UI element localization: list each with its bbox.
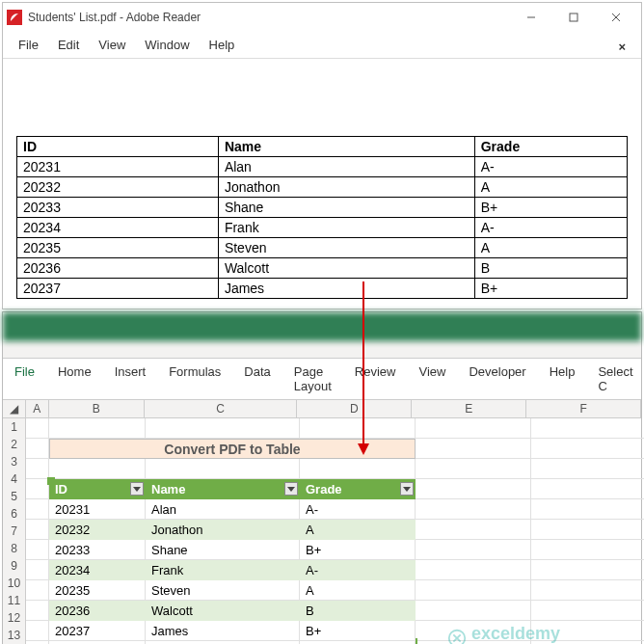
menu-view[interactable]: View xyxy=(89,34,135,56)
pdf-cell: B+ xyxy=(474,279,627,299)
watermark-icon xyxy=(446,628,468,644)
row-3[interactable]: 3 xyxy=(3,453,26,470)
xl-cell: B xyxy=(300,601,416,621)
xl-cell: 20235 xyxy=(49,580,146,601)
xl-cell: A- xyxy=(300,499,416,520)
xl-cell: Shane xyxy=(146,540,300,560)
row-4[interactable]: 4 xyxy=(3,470,26,488)
select-all-corner[interactable]: ◢ xyxy=(3,400,26,417)
watermark-logo: exceldemy EXCEL · DATA · BI xyxy=(446,624,560,644)
watermark-brand: exceldemy xyxy=(471,624,560,643)
xl-th-grade[interactable]: Grade xyxy=(300,479,416,499)
row-1[interactable]: 1 xyxy=(3,418,26,436)
xl-th-id-label: ID xyxy=(55,482,67,496)
filter-dropdown-icon[interactable] xyxy=(400,482,414,496)
pdf-cell: A- xyxy=(474,157,627,177)
row-12[interactable]: 12 xyxy=(3,609,26,627)
pdf-cell: Alan xyxy=(218,157,474,177)
col-C[interactable]: C xyxy=(145,400,298,417)
xl-cell: B+ xyxy=(300,621,416,641)
row-headers: 1 2 3 4 5 6 7 8 9 10 11 12 13 xyxy=(3,418,26,644)
tab-data[interactable]: Data xyxy=(232,359,282,399)
row-11[interactable]: 11 xyxy=(3,592,26,609)
xl-cell: Steven xyxy=(146,580,300,601)
tab-review[interactable]: Review xyxy=(343,359,408,399)
pdf-cell: Shane xyxy=(218,198,474,218)
excel-table: ID Name Grade 20231AlanA- 20232JonathonA… xyxy=(49,479,416,641)
tab-pagelayout[interactable]: Page Layout xyxy=(282,359,343,399)
tab-insert[interactable]: Insert xyxy=(103,359,158,399)
xl-cell: 20232 xyxy=(49,520,146,540)
sheet-area[interactable]: Convert PDF to Table ID Name Grade 20231… xyxy=(26,418,644,644)
filter-dropdown-icon[interactable] xyxy=(130,482,144,496)
window-title: Students' List.pdf - Adobe Reader xyxy=(28,11,510,24)
menu-edit[interactable]: Edit xyxy=(48,34,89,56)
tab-view[interactable]: View xyxy=(407,359,457,399)
row-8[interactable]: 8 xyxy=(3,540,26,557)
col-E[interactable]: E xyxy=(412,400,526,417)
tab-file[interactable]: File xyxy=(3,359,46,399)
row-5[interactable]: 5 xyxy=(3,488,26,505)
col-B[interactable]: B xyxy=(49,400,145,417)
table-row[interactable]: 20237JamesB+ xyxy=(49,621,416,641)
close-button[interactable] xyxy=(595,4,637,31)
row-10[interactable]: 10 xyxy=(3,575,26,592)
table-row[interactable]: 20235StevenA xyxy=(49,580,416,601)
adobe-titlebar: Students' List.pdf - Adobe Reader xyxy=(3,3,641,32)
conversion-arrow-icon xyxy=(362,282,364,453)
menu-window[interactable]: Window xyxy=(135,34,199,56)
xl-th-grade-label: Grade xyxy=(306,482,342,496)
xl-cell: Alan xyxy=(146,499,300,520)
tab-formulas[interactable]: Formulas xyxy=(157,359,232,399)
pdf-cell: Walcott xyxy=(218,258,474,279)
pdf-cell: 20233 xyxy=(17,198,219,218)
xl-cell: 20237 xyxy=(49,621,146,641)
pdf-th-name: Name xyxy=(218,137,474,157)
excel-ribbon-tabs: File Home Insert Formulas Data Page Layo… xyxy=(3,359,641,399)
table-row[interactable]: 20234FrankA- xyxy=(49,560,416,580)
col-A[interactable]: A xyxy=(26,400,49,417)
xl-cell: B+ xyxy=(300,540,416,560)
pdf-cell: B+ xyxy=(474,198,627,218)
menu-file[interactable]: File xyxy=(9,34,48,56)
tab-developer[interactable]: Developer xyxy=(457,359,537,399)
maximize-button[interactable] xyxy=(552,4,595,31)
pdf-cell: B xyxy=(474,258,627,279)
row-7[interactable]: 7 xyxy=(3,523,26,540)
pdf-th-grade: Grade xyxy=(474,137,627,157)
tab-help[interactable]: Help xyxy=(538,359,587,399)
row-2[interactable]: 2 xyxy=(3,436,26,453)
minimize-button[interactable] xyxy=(510,4,552,31)
pdf-cell: 20232 xyxy=(17,177,219,198)
document-close-icon[interactable]: × xyxy=(608,36,635,58)
col-D[interactable]: D xyxy=(297,400,412,417)
tab-select[interactable]: Select C xyxy=(586,359,644,399)
pdf-cell: A xyxy=(474,238,627,258)
xl-th-id[interactable]: ID xyxy=(49,479,146,499)
table-row[interactable]: 20232JonathonA xyxy=(49,520,416,540)
adobe-reader-icon xyxy=(7,10,22,25)
svg-rect-1 xyxy=(570,13,577,21)
xl-cell: Jonathon xyxy=(146,520,300,540)
pdf-cell: Steven xyxy=(218,238,474,258)
xl-cell: A xyxy=(300,520,416,540)
table-row[interactable]: 20236WalcottB xyxy=(49,601,416,621)
table-row[interactable]: 20231AlanA- xyxy=(49,499,416,520)
xl-th-name[interactable]: Name xyxy=(146,479,300,499)
row-6[interactable]: 6 xyxy=(3,505,26,523)
pdf-cell: 20231 xyxy=(17,157,219,177)
menu-help[interactable]: Help xyxy=(200,34,245,56)
pdf-cell: 20235 xyxy=(17,238,219,258)
filter-dropdown-icon[interactable] xyxy=(284,482,298,496)
col-F[interactable]: F xyxy=(526,400,641,417)
excel-quickbar xyxy=(3,341,641,359)
pdf-cell: James xyxy=(218,279,474,299)
pdf-cell: Jonathon xyxy=(218,177,474,198)
xl-cell: 20231 xyxy=(49,499,146,520)
table-row[interactable]: 20233ShaneB+ xyxy=(49,540,416,560)
excel-window: File Home Insert Formulas Data Page Layo… xyxy=(2,311,642,644)
tab-home[interactable]: Home xyxy=(46,359,103,399)
row-9[interactable]: 9 xyxy=(3,557,26,575)
worksheet-grid[interactable]: 1 2 3 4 5 6 7 8 9 10 11 12 13 xyxy=(3,418,641,644)
row-13[interactable]: 13 xyxy=(3,627,26,644)
